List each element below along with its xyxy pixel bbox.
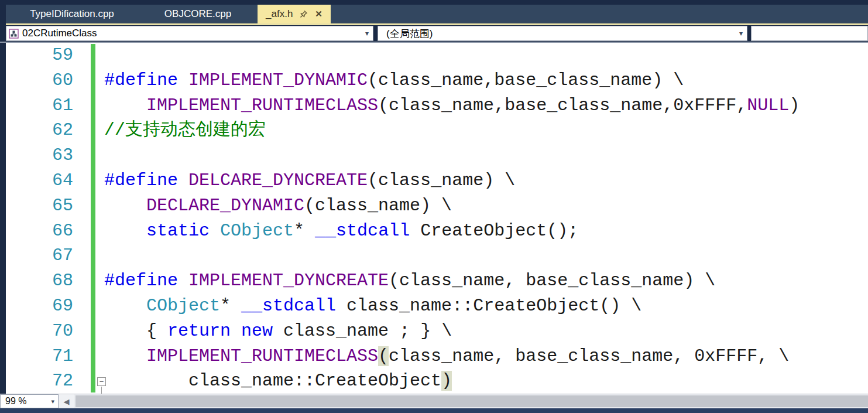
code-line: 64#define DELCARE_DYNCREATE(class_name) …: [6, 168, 868, 193]
change-tracking-bar: [91, 44, 95, 392]
line-number: 69: [6, 293, 73, 319]
tab-label: TypeIDification.cpp: [30, 8, 114, 20]
code-line: 65 DECLARE_DYNAMIC(class_name) \: [6, 193, 868, 219]
code-line: 59: [6, 43, 868, 68]
scroll-left-button[interactable]: ◀: [59, 394, 74, 408]
code-text: #define DELCARE_DYNCREATE(class_name) \: [73, 168, 515, 193]
chevron-down-icon: ▾: [365, 29, 369, 37]
line-number: 63: [6, 143, 73, 168]
outline-guide: [101, 387, 102, 394]
zoom-dropdown[interactable]: 99 % ▾: [0, 394, 59, 408]
pin-icon[interactable]: [300, 10, 308, 18]
code-line: 60#define IMPLEMENT_DYNAMIC(class_name,b…: [6, 68, 868, 93]
code-text: IMPLEMENT_RUNTIMECLASS(class_name, base_…: [73, 344, 789, 369]
code-line: 71 IMPLEMENT_RUNTIMECLASS(class_name, ba…: [6, 344, 868, 369]
code-text: DECLARE_DYNAMIC(class_name) \: [73, 193, 452, 219]
scope-dropdown-value: (全局范围): [386, 27, 433, 40]
types-dropdown[interactable]: 02CRutimeClass ▾: [6, 26, 373, 41]
code-text: IMPLEMENT_RUNTIMECLASS(class_name,base_c…: [73, 93, 800, 118]
code-text: [73, 243, 104, 268]
line-number: 70: [6, 319, 73, 344]
line-number: 65: [6, 193, 73, 219]
code-line: 61 IMPLEMENT_RUNTIMECLASS(class_name,bas…: [6, 93, 868, 118]
zoom-level-value: 99 %: [5, 396, 26, 407]
line-number: 59: [6, 43, 73, 68]
outline-collapse-icon[interactable]: −: [97, 377, 106, 386]
chevron-down-icon: ▾: [51, 398, 54, 405]
scope-dropdown[interactable]: (全局范围) ▾: [378, 26, 747, 41]
line-number: 66: [6, 219, 73, 244]
line-number: 67: [6, 243, 73, 268]
code-line: 63: [6, 143, 868, 168]
navigation-bar: 02CRutimeClass ▾ (全局范围) ▾: [0, 25, 868, 43]
code-text: //支持动态创建的宏: [73, 118, 266, 143]
types-dropdown-value: 02CRutimeClass: [22, 28, 97, 39]
code-line: 70 { return new class_name ; } \: [6, 319, 868, 344]
close-icon[interactable]: ✕: [315, 9, 323, 19]
line-number: 62: [6, 118, 73, 143]
code-text: #define IMPLEMENT_DYNAMIC(class_name,bas…: [73, 68, 684, 93]
class-icon: [9, 29, 19, 39]
line-number: 72: [6, 368, 73, 394]
tab-label: OBJCORE.cpp: [164, 8, 231, 20]
line-number: 71: [6, 344, 73, 369]
line-number: 68: [6, 268, 73, 293]
line-number: 64: [6, 168, 73, 193]
tab-bar: TypeIDification.cpp OBJCORE.cpp _afx.h ✕: [6, 5, 868, 23]
code-text: static CObject* __stdcall CreateObject()…: [73, 219, 578, 244]
bottom-bar: 99 % ▾ ◀: [0, 394, 868, 408]
code-editor[interactable]: 5960#define IMPLEMENT_DYNAMIC(class_name…: [6, 43, 868, 394]
tab-typeidification[interactable]: TypeIDification.cpp: [6, 5, 138, 23]
code-text: #define IMPLEMENT_DYNCREATE(class_name, …: [73, 268, 715, 293]
code-text: { return new class_name ; } \: [73, 319, 452, 344]
scrollbar-thumb[interactable]: [76, 395, 868, 407]
code-line: 66 static CObject* __stdcall CreateObjec…: [6, 219, 868, 244]
code-line: 62//支持动态创建的宏: [6, 118, 868, 143]
line-number: 61: [6, 93, 73, 118]
line-number: 60: [6, 68, 73, 93]
members-dropdown[interactable]: [751, 26, 868, 41]
chevron-down-icon: ▾: [739, 29, 743, 37]
code-text: [73, 143, 104, 168]
code-text: [73, 43, 104, 68]
tab-label: _afx.h: [266, 8, 293, 20]
tab-afx-active[interactable]: _afx.h ✕: [258, 5, 331, 23]
code-text: class_name::CreateObject): [73, 368, 452, 394]
window-frame-bottom: [0, 408, 868, 413]
tab-objcore[interactable]: OBJCORE.cpp: [138, 5, 258, 23]
code-line: 67: [6, 243, 868, 268]
code-line: 72 class_name::CreateObject): [6, 368, 868, 394]
horizontal-scrollbar[interactable]: [74, 394, 868, 408]
code-line: 68#define IMPLEMENT_DYNCREATE(class_name…: [6, 268, 868, 293]
code-line: 69 CObject* __stdcall class_name::Create…: [6, 293, 868, 319]
code-text: CObject* __stdcall class_name::CreateObj…: [73, 293, 641, 319]
code-lines: 5960#define IMPLEMENT_DYNAMIC(class_name…: [6, 43, 868, 394]
